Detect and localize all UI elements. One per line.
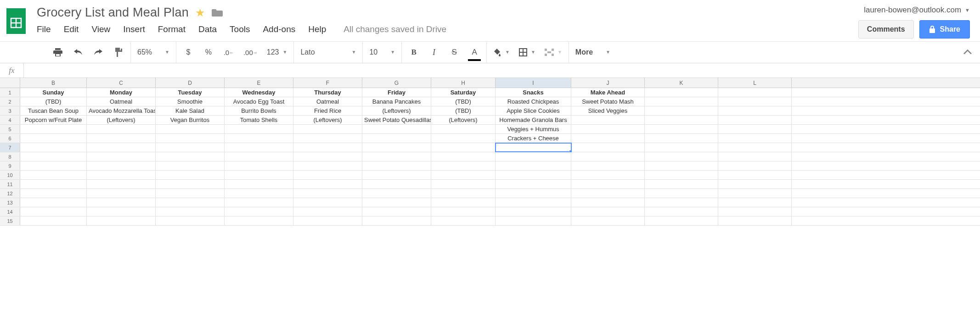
print-icon[interactable] [52,46,63,59]
cell-C11[interactable] [87,180,156,188]
cell-I9[interactable] [496,161,571,170]
column-header-E[interactable]: E [225,78,293,88]
column-header-J[interactable]: J [571,78,645,88]
cell-I4[interactable]: Homemade Granola Bars [496,116,571,124]
cell-D13[interactable] [156,198,225,207]
cell-L3[interactable] [718,106,792,115]
cell-B8[interactable] [20,152,87,161]
cell-C1[interactable]: Monday [87,88,156,97]
cell-H15[interactable] [431,216,496,225]
column-header-L[interactable]: L [718,78,792,88]
cell-I13[interactable] [496,198,571,207]
cell-J7[interactable] [571,143,645,152]
cell-I1[interactable]: Snacks [496,88,571,97]
menu-format[interactable]: Format [158,24,186,34]
cell-J1[interactable]: Make Ahead [571,88,645,97]
cell-D1[interactable]: Tuesday [156,88,225,97]
format-percent-button[interactable]: % [203,46,214,59]
cell-I7[interactable] [496,143,571,152]
cell-G14[interactable] [362,207,431,216]
cell-H14[interactable] [431,207,496,216]
menu-data[interactable]: Data [198,24,217,34]
share-button[interactable]: Share [919,20,970,39]
cell-H8[interactable] [431,152,496,161]
cell-E12[interactable] [225,189,293,198]
cell-B7[interactable] [20,143,87,152]
cell-B13[interactable] [20,198,87,207]
cell-K14[interactable] [645,207,718,216]
cell-G9[interactable] [362,161,431,170]
cell-I5[interactable]: Veggies + Hummus [496,125,571,133]
cell-B5[interactable] [20,125,87,133]
cell-F12[interactable] [293,189,362,198]
cell-C7[interactable] [87,143,156,152]
selection-handle[interactable] [569,150,571,152]
zoom-dropdown[interactable]: 65% ▼ [131,42,176,63]
account-menu[interactable]: lauren-bowen@outlook.com ▼ [864,6,970,15]
cell-G15[interactable] [362,216,431,225]
select-all-corner[interactable] [0,78,20,88]
doc-title[interactable]: Grocery List and Meal Plan [37,6,189,20]
cell-I3[interactable]: Apple Slice Cookies [496,106,571,115]
cell-K9[interactable] [645,161,718,170]
cell-E7[interactable] [225,143,293,152]
cell-L13[interactable] [718,198,792,207]
cell-E4[interactable]: Tomato Shells [225,116,293,124]
cell-L12[interactable] [718,189,792,198]
star-icon[interactable]: ★ [195,6,205,19]
cell-H7[interactable] [431,143,496,152]
cell-I8[interactable] [496,152,571,161]
cell-I12[interactable] [496,189,571,198]
cell-H13[interactable] [431,198,496,207]
cell-F7[interactable] [293,143,362,152]
cell-L9[interactable] [718,161,792,170]
cell-L2[interactable] [718,97,792,106]
column-header-B[interactable]: B [20,78,87,88]
cell-C12[interactable] [87,189,156,198]
row-header-12[interactable]: 12 [0,189,20,198]
cell-L8[interactable] [718,152,792,161]
cell-G5[interactable] [362,125,431,133]
italic-button[interactable]: I [428,46,439,59]
number-format-dropdown[interactable]: 123▼ [267,46,287,59]
cell-D14[interactable] [156,207,225,216]
cell-C14[interactable] [87,207,156,216]
cell-F10[interactable] [293,171,362,179]
cell-C9[interactable] [87,161,156,170]
cell-G10[interactable] [362,171,431,179]
cell-D15[interactable] [156,216,225,225]
cell-F2[interactable]: Oatmeal [293,97,362,106]
cell-K12[interactable] [645,189,718,198]
cell-C2[interactable]: Oatmeal [87,97,156,106]
cell-H3[interactable]: (TBD) [431,106,496,115]
cell-I10[interactable] [496,171,571,179]
cell-D9[interactable] [156,161,225,170]
cell-K7[interactable] [645,143,718,152]
cell-K10[interactable] [645,171,718,179]
cell-F13[interactable] [293,198,362,207]
row-header-3[interactable]: 3 [0,106,20,115]
cell-B2[interactable]: (TBD) [20,97,87,106]
cell-B1[interactable]: Sunday [20,88,87,97]
cell-C4[interactable]: (Leftovers) [87,116,156,124]
cell-E10[interactable] [225,171,293,179]
cell-C15[interactable] [87,216,156,225]
row-header-14[interactable]: 14 [0,207,20,216]
cell-E9[interactable] [225,161,293,170]
cell-G12[interactable] [362,189,431,198]
cell-F8[interactable] [293,152,362,161]
cell-G3[interactable]: (Leftovers) [362,106,431,115]
cell-L7[interactable] [718,143,792,152]
increase-decimal-button[interactable]: .00→ [243,46,258,59]
row-header-11[interactable]: 11 [0,180,20,188]
cell-J15[interactable] [571,216,645,225]
row-header-8[interactable]: 8 [0,152,20,161]
cell-K13[interactable] [645,198,718,207]
cell-B4[interactable]: Popcorn w/Fruit Plate [20,116,87,124]
cell-J2[interactable]: Sweet Potato Mash [571,97,645,106]
cell-K3[interactable] [645,106,718,115]
cell-F15[interactable] [293,216,362,225]
cell-K11[interactable] [645,180,718,188]
cell-J14[interactable] [571,207,645,216]
cell-J10[interactable] [571,171,645,179]
